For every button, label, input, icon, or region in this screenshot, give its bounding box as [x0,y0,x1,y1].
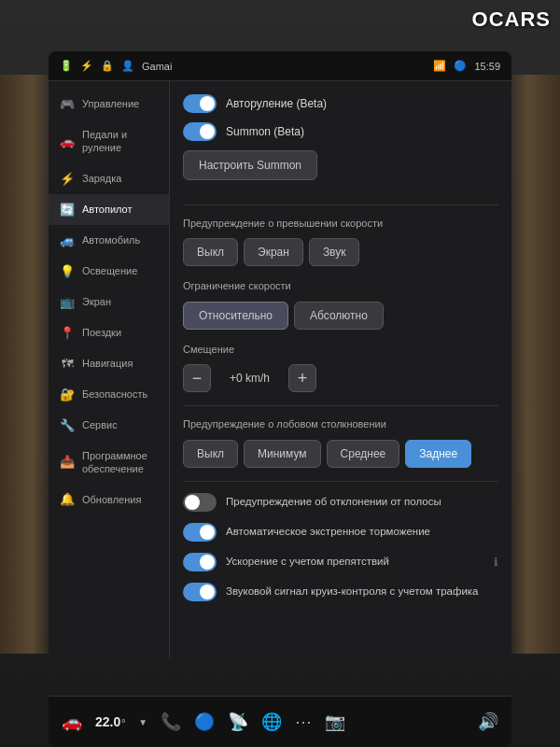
divider-2 [183,405,498,406]
obnovleniya-icon: 🔔 [60,492,75,506]
sidebar-label-avtomobil: Автомобиль [82,233,140,247]
obstacle-aware-row: Ускорение с учетом препятствий ℹ [183,553,498,571]
speed-limit-absolute[interactable]: Абсолютно [294,302,384,330]
charge-icon: ⚡ [80,60,93,72]
sidebar-item-upravlenie[interactable]: 🎮 Управление [49,89,169,120]
poezdki-icon: 📍 [60,326,75,340]
taskbar-browser-icon[interactable]: 🌐 [261,712,282,732]
sidebar-label-servis: Сервис [82,418,118,431]
sidebar-item-avtomobil[interactable]: 🚙 Автомобиль [49,225,169,256]
lane-deviation-toggle[interactable] [183,493,217,512]
obstacle-aware-toggle[interactable] [183,553,217,571]
sidebar-label-programmnoe: Программное обеспечение [82,449,158,476]
speed-warning-screen[interactable]: Экран [244,238,303,266]
autopilot-panel: Авторуление (Beta) Summon (Beta) Настрои… [170,81,511,658]
speed-warning-title: Предупреждение о превышении скорости [183,217,498,231]
status-left: 🔋 ⚡ 🔒 👤 Gamai [60,60,433,72]
sidebar-item-obnovleniya[interactable]: 🔔 Обновления [49,484,169,514]
sidebar-item-servis[interactable]: 🔧 Сервис [49,410,169,441]
programmnoe-icon: 📥 [60,455,75,469]
sidebar-label-navigaciya: Навигация [82,357,133,370]
taskbar-bluetooth-icon[interactable]: 🔵 [194,712,215,732]
collision-medium[interactable]: Среднее [327,440,400,468]
taskbar-car-icon[interactable]: 🚗 [62,712,82,732]
zaryadka-icon: ⚡ [60,172,75,186]
car-interior-right [504,75,560,654]
status-bar: 🔋 ⚡ 🔒 👤 Gamai 📶 🔵 15:59 [49,51,511,81]
autopilot-toggle[interactable] [183,94,217,113]
lane-deviation-label: Предупреждение об отклонении от полосы [226,495,498,509]
navigaciya-icon: 🗺 [60,357,75,371]
offset-plus-button[interactable]: + [288,364,316,392]
cruise-sound-label: Звуковой сигнал круиз-контроля с учетом … [226,585,498,599]
status-right: 📶 🔵 15:59 [433,60,500,72]
servis-icon: 🔧 [60,418,75,432]
watermark: OCARS [472,7,551,32]
ekran-icon: 📺 [60,295,75,309]
wifi-icon: 📶 [433,60,446,72]
speed-warning-off[interactable]: Выкл [183,238,238,266]
sidebar-item-navigaciya[interactable]: 🗺 Навигация [49,348,169,379]
info-icon[interactable]: ℹ [494,556,498,569]
taskbar-more-icon[interactable]: ⋯ [295,712,312,732]
taskbar: 🚗 22.0 ° ▼ 📞 🔵 📡 🌐 ⋯ 📷 🔊 [49,696,511,747]
taskbar-chevron-down-icon[interactable]: ▼ [138,717,147,727]
autopilot-icon: 🔄 [60,203,75,217]
emergency-braking-toggle[interactable] [183,523,217,542]
speed-limit-relative[interactable]: Относительно [183,302,288,330]
sidebar-item-ekran[interactable]: 📺 Экран [49,287,169,317]
collision-warning-title: Предупреждение о лобовом столкновении [183,417,498,431]
sidebar-label-upravlenie: Управление [82,97,139,110]
taskbar-phone-icon[interactable]: 📞 [161,712,181,732]
sidebar-item-poezdki[interactable]: 📍 Поездки [49,317,169,348]
sidebar-label-pedali: Педали и руление [82,128,158,155]
sidebar-item-programmnoe[interactable]: 📥 Программное обеспечение [49,441,169,485]
configure-summon-button[interactable]: Настроить Summon [183,150,317,180]
sidebar-label-obnovleniya: Обновления [82,493,141,506]
sidebar-label-poezdki: Поездки [82,326,121,339]
cruise-sound-row: Звуковой сигнал круиз-контроля с учетом … [183,583,498,601]
content-area: 🎮 Управление 🚗 Педали и руление ⚡ Зарядк… [49,81,511,658]
sidebar-item-osveschenie[interactable]: 💡 Освещение [49,256,169,287]
collision-off[interactable]: Выкл [183,440,238,468]
clock: 15:59 [474,61,500,72]
speed-warning-sound[interactable]: Звук [309,238,360,266]
summon-toggle[interactable] [183,122,217,141]
battery-icon: 🔋 [60,60,73,72]
offset-minus-button[interactable]: − [183,364,211,392]
username: Gamai [142,61,172,72]
obstacle-aware-label: Ускорение с учетом препятствий [226,555,484,569]
sidebar-item-autopilot[interactable]: 🔄 Автопилот [49,194,169,225]
lock-icon: 🔒 [101,60,114,72]
divider-3 [183,481,498,482]
taskbar-camera-icon[interactable]: 📷 [325,712,345,732]
sidebar-item-pedali[interactable]: 🚗 Педали и руление [49,120,169,163]
divider-1 [183,204,498,205]
collision-min[interactable]: Минимум [244,440,321,468]
taskbar-volume-icon[interactable]: 🔊 [478,712,498,732]
offset-value-display: +0 km/h [220,372,279,385]
autopilot-toggle-label: Авторуление (Beta) [226,97,327,110]
cruise-sound-toggle[interactable] [183,583,217,601]
sidebar-label-bezopasnost: Безопасность [82,388,147,401]
taskbar-apps-icon[interactable]: 📡 [228,712,248,732]
offset-control: − +0 km/h + [183,364,498,392]
sidebar-label-autopilot: Автопилот [82,203,133,216]
sidebar-item-bezopasnost[interactable]: 🔐 Безопасность [49,379,169,410]
upravlenie-icon: 🎮 [60,97,75,111]
collision-warning-group: Выкл Минимум Среднее Заднее [183,440,498,468]
speed-limit-title: Ограничение скорости [183,279,498,293]
collision-late[interactable]: Заднее [405,440,471,468]
speed-warning-group: Выкл Экран Звук [183,238,498,266]
emergency-braking-label: Автоматическое экстренное торможение [226,525,498,539]
sidebar: 🎮 Управление 🚗 Педали и руление ⚡ Зарядк… [49,81,170,658]
main-screen: 🔋 ⚡ 🔒 👤 Gamai 📶 🔵 15:59 🎮 Управление 🚗 П… [49,51,511,658]
emergency-braking-row: Автоматическое экстренное торможение [183,523,498,542]
offset-title: Смещение [183,343,498,357]
sidebar-label-ekran: Экран [82,295,111,308]
speed-limit-group: Относительно Абсолютно [183,302,498,330]
car-interior-left [0,75,56,654]
sidebar-item-zaryadka[interactable]: ⚡ Зарядка [49,163,169,194]
temp-unit: ° [121,718,125,728]
summon-toggle-label: Summon (Beta) [226,125,304,138]
